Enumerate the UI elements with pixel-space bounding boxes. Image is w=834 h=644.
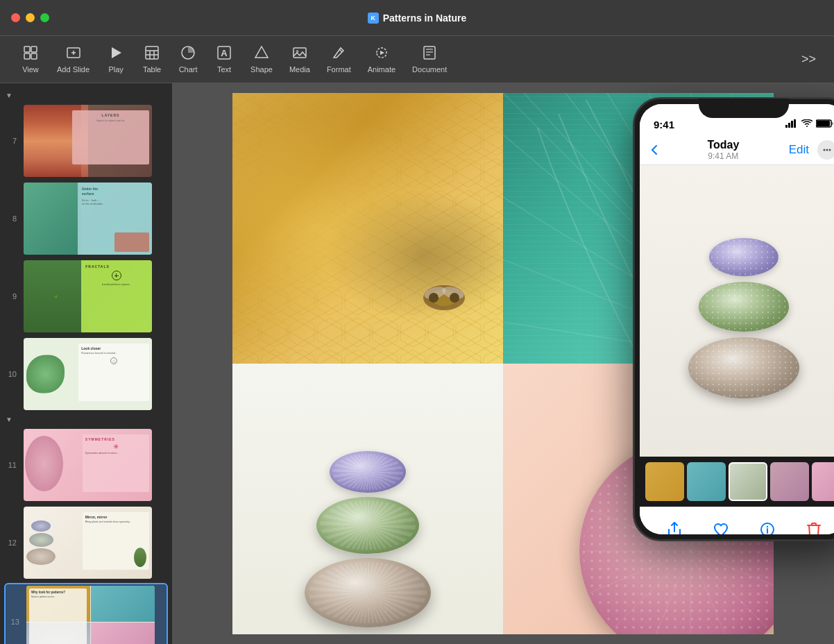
- phone-share-button[interactable]: [666, 521, 683, 535]
- format-label: Format: [327, 65, 351, 74]
- slide-thumbnail-11: SYMMETRIES ✳ Symmetries abound in nature…: [24, 429, 152, 501]
- svg-rect-22: [426, 49, 433, 50]
- slide-item-7[interactable]: 7 LAYERS layers in nature can be: [0, 102, 172, 180]
- toolbar-play[interactable]: Play: [99, 41, 133, 78]
- toolbar: View Add Slide Play: [0, 36, 834, 83]
- slide-thumbnail-12: Mirror, mirror Many plants and animals s…: [24, 507, 152, 579]
- svg-point-18: [296, 50, 298, 53]
- toolbar-animate[interactable]: Animate: [361, 41, 402, 78]
- animate-label: Animate: [368, 65, 395, 74]
- toolbar-more[interactable]: >>: [797, 48, 820, 71]
- play-label: Play: [108, 65, 123, 74]
- phone-thumb-2[interactable]: [687, 462, 726, 501]
- svg-marker-20: [380, 51, 384, 55]
- toolbar-text[interactable]: A Text: [207, 41, 241, 78]
- svg-rect-55: [785, 125, 788, 128]
- slide-item-12[interactable]: 12 Mirror, mirror Many plants and animal…: [0, 504, 172, 582]
- slide-number-11: 11: [6, 461, 18, 469]
- slide-item-9[interactable]: 9 🌿 FRACTALS fractal patterns repeat...: [0, 257, 172, 335]
- toolbar-chart[interactable]: Chart: [171, 41, 205, 78]
- slide-thumbnail-13: Why look for patterns? Nature's patterns…: [26, 586, 155, 644]
- phone-nav-actions: Edit: [789, 140, 834, 160]
- toolbar-media[interactable]: Media: [282, 41, 317, 78]
- phone-screen: 9:41: [640, 104, 834, 534]
- svg-marker-16: [255, 46, 268, 58]
- slide-group-header-11: ▼: [0, 413, 172, 426]
- svg-rect-61: [831, 122, 833, 125]
- phone-notch: [699, 99, 789, 118]
- text-label: Text: [217, 65, 231, 74]
- slide-number-9: 9: [6, 292, 18, 300]
- phone-urchin-top: [709, 238, 778, 276]
- media-label: Media: [289, 65, 310, 74]
- slide-item-10[interactable]: 10 Look closer Romanesco broccoli is a f…: [0, 335, 172, 413]
- svg-rect-1: [31, 46, 37, 52]
- phone-nav-title: Today 9:41 AM: [707, 139, 739, 161]
- phone-delete-button[interactable]: [806, 521, 822, 535]
- toolbar-view[interactable]: View: [14, 41, 47, 78]
- phone-favorite-button[interactable]: [713, 521, 729, 535]
- minimize-button[interactable]: [26, 13, 35, 22]
- svg-rect-8: [146, 46, 158, 59]
- slide-number-8: 8: [6, 214, 18, 223]
- slide-thumbnail-8: Under thesurface Go to... look –on the u…: [24, 183, 152, 255]
- svg-line-19: [339, 49, 342, 52]
- toolbar-table[interactable]: Table: [135, 41, 169, 78]
- play-icon: [108, 45, 124, 62]
- svg-text:A: A: [221, 48, 228, 58]
- svg-point-64: [828, 149, 831, 151]
- slide-thumbnail-10: Look closer Romanesco broccoli is a frac…: [24, 338, 152, 410]
- animate-icon: [374, 45, 389, 62]
- main-layout: ▼ 7 LAYERS layers in nature can be 8: [0, 83, 834, 644]
- phone-back-button[interactable]: [651, 144, 658, 155]
- phone-thumbnail-strip[interactable]: [640, 457, 834, 507]
- svg-rect-58: [794, 119, 796, 128]
- canvas-quadrant-bottom-left: [232, 364, 503, 634]
- phone-thumb-3[interactable]: [729, 462, 767, 501]
- toolbar-document[interactable]: Document: [405, 41, 454, 78]
- svg-point-62: [826, 149, 828, 151]
- svg-point-63: [823, 149, 825, 151]
- slide-item-8[interactable]: 8 Under thesurface Go to... look –on the…: [0, 180, 172, 257]
- slide-thumbnail-9: 🌿 FRACTALS fractal patterns repeat...: [24, 260, 152, 332]
- toolbar-add-slide[interactable]: Add Slide: [50, 41, 96, 78]
- phone-device: 9:41: [633, 97, 834, 541]
- svg-rect-3: [31, 53, 37, 59]
- close-button[interactable]: [11, 13, 20, 22]
- slide-item-11[interactable]: 11 SYMMETRIES ✳ Symmetries abound in nat…: [0, 426, 172, 504]
- toolbar-format[interactable]: Format: [320, 41, 358, 78]
- canvas-area: 9:41: [172, 83, 834, 644]
- chevron-icon-7: ▼: [6, 92, 12, 99]
- phone-status-icons: [785, 119, 834, 130]
- maximize-button[interactable]: [40, 13, 49, 22]
- phone-nav-bar: Today 9:41 AM Edit: [640, 135, 834, 165]
- phone-edit-button[interactable]: Edit: [789, 143, 809, 157]
- canvas-quadrant-top-left: [232, 93, 503, 364]
- slide-thumbnail-7: LAYERS layers in nature can be: [24, 105, 152, 177]
- slide-number-12: 12: [6, 539, 18, 547]
- phone-more-button[interactable]: [817, 140, 834, 160]
- table-label: Table: [143, 65, 161, 74]
- view-label: View: [22, 65, 39, 74]
- svg-rect-23: [426, 51, 433, 53]
- chevron-icon-11: ▼: [6, 416, 12, 423]
- slide-number-13: 13: [8, 618, 21, 626]
- battery-icon: [816, 119, 834, 130]
- slide-group-header-7: ▼: [0, 89, 172, 102]
- chart-icon: [180, 45, 196, 62]
- svg-rect-0: [24, 46, 30, 52]
- phone-info-button[interactable]: [759, 521, 776, 535]
- app-icon: K: [368, 12, 379, 24]
- svg-rect-2: [24, 53, 30, 59]
- phone-thumb-1[interactable]: [645, 462, 684, 501]
- document-icon: [422, 45, 437, 62]
- phone-thumb-4[interactable]: [770, 462, 809, 501]
- slide-item-13[interactable]: 13 Why look for patterns? Nature's patte…: [4, 583, 168, 644]
- add-slide-label: Add Slide: [57, 65, 90, 74]
- format-icon: [331, 45, 346, 62]
- slide-panel: ▼ 7 LAYERS layers in nature can be 8: [0, 83, 172, 644]
- slide-number-7: 7: [6, 137, 18, 145]
- phone-thumb-5[interactable]: [812, 462, 834, 501]
- shape-label: Shape: [250, 65, 273, 74]
- toolbar-shape[interactable]: Shape: [244, 41, 280, 78]
